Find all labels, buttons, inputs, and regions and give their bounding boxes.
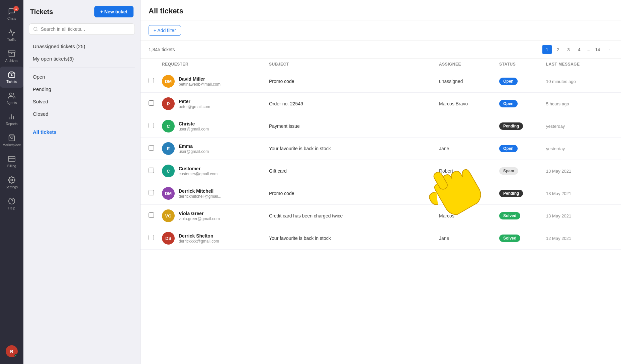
sidebar-item-agents[interactable]: Agents [0, 88, 23, 109]
requester-email: user@gmail.com [179, 149, 209, 154]
page-btn-3[interactable]: 3 [564, 45, 573, 54]
row-checkbox[interactable] [149, 190, 162, 197]
sidebar-item-marketplace[interactable]: Marketplace [0, 130, 23, 151]
table-row[interactable]: E Emma user@gmail.com Your favourite is … [141, 138, 621, 160]
nav-divider [29, 68, 135, 68]
billing-icon [8, 155, 16, 163]
row-checkbox[interactable] [149, 212, 162, 219]
status-badge: Open [499, 100, 518, 107]
archives-icon [8, 50, 16, 58]
page-next-btn[interactable]: → [604, 45, 613, 54]
table-row[interactable]: P Peter peter@gmail.com Order no. 22549 … [141, 93, 621, 115]
requester-name: Christe [179, 121, 209, 126]
new-ticket-button[interactable]: + New ticket [94, 6, 134, 17]
nav-item-all-tickets[interactable]: All tickets [29, 126, 135, 138]
sidebar-item-label: Traffic [7, 38, 16, 41]
status-badge-cell: Solved [499, 235, 546, 242]
nav-item-closed[interactable]: Closed [29, 108, 135, 120]
table-row[interactable]: DS Derrick Shelton derrickkkk@gmail.com … [141, 227, 621, 250]
status-badge: Spam [499, 167, 518, 175]
add-filter-button[interactable]: + Add filter [149, 25, 181, 36]
last-message-text: yesterday [546, 146, 613, 151]
sidebar-item-billing[interactable]: Billing [0, 151, 23, 172]
agents-icon [8, 92, 16, 100]
sidebar: Chats 1 Traffic Archives Tickets Agents … [0, 0, 23, 364]
nav-divider-2 [29, 123, 135, 123]
left-panel: Tickets + New ticket Unassigned tickets … [23, 0, 141, 364]
requester-name: Derrick Shelton [179, 233, 219, 239]
nav-item-my-open[interactable]: My open tickets(3) [29, 53, 135, 65]
requester-email: peter@gmail.com [179, 104, 210, 109]
page-btn-1[interactable]: 1 [542, 45, 552, 54]
assignee-text: Jane [439, 236, 499, 241]
requester-email: bettinawebb@mail.com [179, 82, 220, 87]
requester-cell: DM David Miller bettinawebb@mail.com [162, 75, 269, 88]
status-badge-cell: Open [499, 78, 546, 85]
svg-rect-0 [8, 51, 15, 53]
table-row[interactable]: C Customer customer@gmail.com Gift card … [141, 160, 621, 182]
search-input[interactable] [41, 26, 130, 32]
page-btn-14[interactable]: 14 [593, 45, 602, 54]
assignee-text: unassigned [439, 79, 499, 84]
nav-section-status: Open Pending Solved Closed [29, 71, 135, 120]
sidebar-item-label: Chats [7, 17, 16, 20]
user-avatar[interactable]: R [6, 345, 18, 357]
sidebar-item-label: Reports [6, 122, 17, 126]
sidebar-item-settings[interactable]: Settings [0, 172, 23, 193]
requester-info: Peter peter@gmail.com [179, 99, 210, 109]
row-checkbox[interactable] [149, 123, 162, 129]
subject-text: Your favourite is back in stock [269, 236, 439, 241]
sidebar-item-chats[interactable]: Chats 1 [0, 3, 23, 24]
nav-item-open[interactable]: Open [29, 71, 135, 83]
page-title: All tickets [149, 7, 613, 15]
main-content: All tickets + Add filter 1,845 tickets 1… [141, 0, 621, 364]
nav-item-unassigned[interactable]: Unassigned tickets (25) [29, 40, 135, 53]
status-badge: Pending [499, 190, 523, 197]
requester-info: Customer customer@gmail.com [179, 166, 217, 176]
subject-text: Payment issue [269, 123, 439, 129]
avatar: E [162, 142, 175, 155]
row-checkbox[interactable] [149, 235, 162, 242]
sidebar-item-traffic[interactable]: Traffic [0, 24, 23, 46]
row-checkbox[interactable] [149, 145, 162, 152]
assignee-text: Jane [439, 191, 499, 196]
requester-cell: C Customer customer@gmail.com [162, 165, 269, 177]
requester-info: Christe user@gmail.com [179, 121, 209, 131]
sidebar-item-help[interactable]: Help [0, 193, 23, 214]
last-message-text: 13 May 2021 [546, 213, 613, 218]
status-badge-cell: Open [499, 100, 546, 107]
last-message-text: 13 May 2021 [546, 191, 613, 196]
settings-icon [8, 176, 16, 184]
page-btn-2[interactable]: 2 [553, 45, 562, 54]
avatar: P [162, 97, 175, 110]
page-btn-4[interactable]: 4 [574, 45, 584, 54]
status-badge: Open [499, 145, 518, 152]
row-checkbox[interactable] [149, 168, 162, 174]
requester-name: Customer [179, 166, 217, 171]
avatar: DM [162, 187, 175, 200]
help-icon [8, 197, 16, 205]
requester-cell: P Peter peter@gmail.com [162, 97, 269, 110]
requester-info: Derrick Mitchell derrickmitchell@gmail..… [179, 188, 221, 199]
sidebar-item-archives[interactable]: Archives [0, 46, 23, 67]
last-message-text: 13 May 2021 [546, 169, 613, 174]
sidebar-item-reports[interactable]: Reports [0, 109, 23, 130]
table-row[interactable]: C Christe user@gmail.com Payment issue P… [141, 115, 621, 138]
svg-point-5 [10, 93, 12, 95]
last-message-text: 10 minutes ago [546, 79, 613, 84]
table-row[interactable]: DM David Miller bettinawebb@mail.com Pro… [141, 70, 621, 93]
nav-item-solved[interactable]: Solved [29, 95, 135, 108]
pagination: 1 2 3 4 ... 14 → [542, 45, 613, 54]
assignee-text: Marcos [439, 213, 499, 218]
sidebar-item-tickets[interactable]: Tickets [0, 67, 23, 88]
nav-item-pending[interactable]: Pending [29, 83, 135, 95]
sidebar-item-label: Billing [7, 164, 16, 168]
tickets-area: REQUESTER SUBJECT ASSIGNEE STATUS LAST M… [141, 59, 621, 364]
traffic-icon [8, 28, 16, 36]
svg-line-16 [36, 30, 37, 31]
row-checkbox[interactable] [149, 100, 162, 107]
table-row[interactable]: VG Viola Greer viola.greer@gmail.com Cre… [141, 205, 621, 227]
table-row[interactable]: DM Derrick Mitchell derrickmitchell@gmai… [141, 182, 621, 205]
status-badge-cell: Pending [499, 190, 546, 197]
row-checkbox[interactable] [149, 78, 162, 85]
